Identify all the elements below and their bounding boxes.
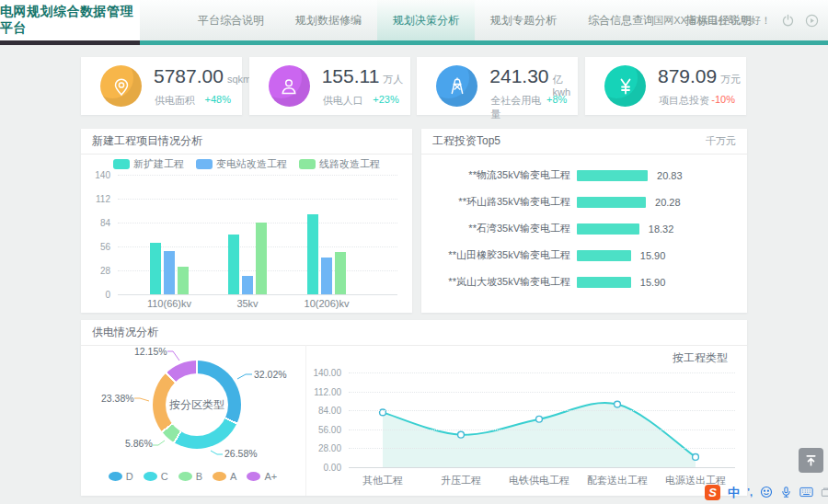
top5-row: **环山路35kV输变电工程20.28: [432, 189, 736, 215]
bar-chart-legend: 新扩建工程变电站改造工程线路改造工程: [81, 157, 412, 171]
legend-item-2[interactable]: 线路改造工程: [299, 157, 380, 171]
panel-title: 新建工程项目情况分析: [92, 133, 202, 149]
user-area: 国网XX市供电公司,您好！: [653, 0, 819, 40]
kpi-unit: 万元: [720, 73, 741, 86]
gridline: [349, 410, 735, 411]
donut-label-d: 32.02%: [254, 369, 287, 380]
kpi-unit: 万人: [383, 73, 403, 86]
donut-label-aplus: 12.15%: [134, 346, 167, 357]
kpi-label: 全社会用电量: [490, 94, 546, 121]
kpi-delta: +23%: [373, 94, 398, 108]
legend-item-1[interactable]: 变电站改造工程: [196, 157, 287, 171]
legend-label: 变电站改造工程: [216, 157, 287, 171]
unit-label: 千万元: [706, 134, 736, 148]
back-to-top-button[interactable]: [799, 448, 823, 473]
donut-label-a: 23.38%: [101, 393, 134, 404]
legend-swatch: [113, 159, 130, 169]
kpi-card-population: 155.11万人 供电人口+23%: [249, 57, 410, 115]
nav-tab-1[interactable]: 规划数据修编: [280, 0, 377, 40]
bar-线路改造工程: [335, 252, 346, 294]
bar-线路改造工程: [256, 223, 267, 294]
legend-letter: A+: [264, 471, 277, 482]
top5-project-label: **环山路35kV输变电工程: [432, 195, 570, 209]
y-tick-label: 28: [85, 266, 110, 276]
nav-tab-0[interactable]: 平台综合说明: [182, 0, 280, 40]
emoji-icon[interactable]: [760, 486, 773, 498]
top5-project-label: **山田橡胶35kV输变电工程: [432, 248, 570, 262]
donut-legend-item-A+[interactable]: A+: [247, 471, 277, 482]
donut-legend-item-A[interactable]: A: [213, 471, 236, 482]
gridline: [118, 199, 397, 200]
kpi-card-supply-area: 5787.00sqkm 供电面积+48%: [81, 57, 242, 115]
bar-新扩建工程: [307, 214, 318, 294]
kpi-card-electricity-consumption: 241.30亿kwh 全社会用电量+8%: [417, 57, 578, 115]
top5-row: **石湾35kV输变电工程18.32: [432, 215, 736, 242]
panel-new-project-analysis: 新建工程项目情况分析 新扩建工程变电站改造工程线路改造工程 0285684112…: [81, 129, 412, 313]
y-tick-label: 140: [85, 170, 110, 180]
legend-letter: B: [196, 471, 202, 482]
legend-blob: [109, 472, 122, 481]
line-chart-subtitle: 按工程类型: [673, 350, 728, 366]
bar-chart-plot: [118, 175, 397, 294]
legend-letter: C: [161, 471, 168, 482]
sogou-logo-icon[interactable]: S: [705, 485, 720, 500]
handwriting-tool-icon[interactable]: [821, 487, 828, 498]
user-icon: [269, 65, 310, 107]
gridline: [118, 175, 397, 176]
power-tower-icon: [436, 65, 477, 107]
line-x-category-label: 其他工程: [339, 474, 427, 487]
bar-线路改造工程: [178, 267, 189, 294]
line-chart-zone: 按工程类型 0.0028.0056.0084.00112.00140.00 其他…: [305, 345, 748, 496]
top5-project-label: **石湾35kV输变电工程: [432, 222, 570, 235]
x-category-label: 10(206)kv: [290, 298, 363, 309]
top5-bar: [577, 277, 631, 288]
line-y-tick-label: 84.00: [306, 406, 341, 416]
donut-legend-item-C[interactable]: C: [144, 471, 168, 482]
nav-tab-2[interactable]: 规划决策分析: [377, 0, 475, 40]
bar-变电站改造工程: [242, 276, 253, 294]
microphone-icon[interactable]: [780, 486, 792, 498]
y-tick-label: 112: [85, 194, 110, 204]
punctuation-icon[interactable]: ’,: [747, 487, 753, 498]
power-icon[interactable]: [781, 14, 795, 28]
nav-tab-3[interactable]: 规划专题分析: [475, 0, 572, 40]
bar-新扩建工程: [228, 235, 239, 294]
top5-value: 15.90: [640, 250, 666, 261]
top5-row: **物流35kV输变电工程20.83: [432, 162, 736, 189]
legend-swatch: [299, 159, 316, 169]
gridline: [349, 467, 735, 468]
donut-legend-item-B[interactable]: B: [178, 471, 202, 482]
bar-group-2: [307, 214, 346, 294]
kpi-value: 5787.00: [154, 65, 224, 87]
lang-toggle-icon[interactable]: 中: [728, 485, 740, 500]
bar-group-1: [228, 223, 267, 294]
gridline: [349, 372, 735, 373]
gridline: [349, 392, 735, 393]
top5-bar: [577, 170, 648, 181]
legend-blob: [213, 472, 226, 481]
location-pin-icon: [100, 65, 142, 107]
legend-item-0[interactable]: 新扩建工程: [113, 157, 184, 171]
kpi-label: 项目总投资: [659, 94, 709, 108]
legend-label: 线路改造工程: [319, 157, 380, 171]
donut-legend-item-D[interactable]: D: [109, 471, 133, 482]
legend-blob: [144, 472, 157, 481]
kpi-value: 155.11: [322, 65, 380, 87]
ime-toolbar: S 中 ’,: [705, 483, 828, 501]
kpi-label: 供电人口: [323, 94, 363, 108]
play-circle-icon[interactable]: [805, 14, 819, 28]
donut-center-label: 按分区类型: [166, 373, 228, 436]
legend-blob: [178, 472, 192, 481]
gridline: [349, 430, 735, 430]
yuan-icon: [604, 65, 646, 107]
keyboard-icon[interactable]: [799, 487, 813, 498]
line-y-tick-label: 112.00: [306, 387, 341, 397]
kpi-card-total-investment: 879.09万元 项目总投资-10%: [585, 57, 746, 115]
line-y-tick-label: 28.00: [306, 443, 341, 453]
y-tick-label: 84: [85, 218, 110, 228]
legend-blob: [247, 472, 260, 481]
top5-bar: [577, 223, 639, 235]
arrow-to-top-icon: [804, 453, 818, 467]
header-accent-bar: [0, 40, 828, 45]
kpi-label: 供电面积: [155, 94, 195, 108]
